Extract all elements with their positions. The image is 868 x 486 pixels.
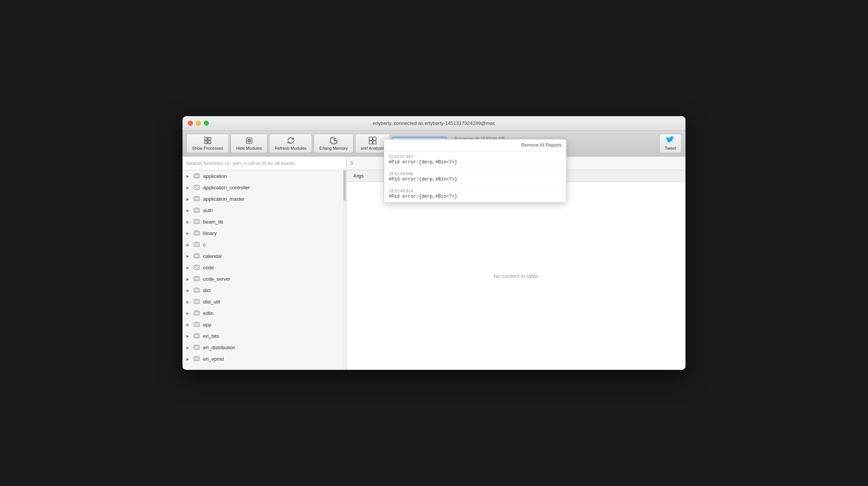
module-item[interactable]: ▶ erl_bits	[183, 330, 346, 342]
module-name: erl_epmd	[203, 356, 224, 362]
crash-time: 19:52:49.046	[389, 171, 562, 176]
module-name: erl_distribution	[203, 345, 235, 350]
expand-arrow: ▶	[186, 185, 190, 190]
crash-message: #Pid error:{derp,#Bin<7>}	[389, 194, 562, 199]
module-item[interactable]: ▶ epp	[183, 319, 346, 330]
svg-rect-70	[195, 335, 199, 337]
module-item[interactable]: ▶ erl_distribution	[183, 342, 346, 353]
svg-rect-77	[194, 357, 199, 361]
expand-arrow: ▶	[186, 265, 190, 270]
show-processes-button[interactable]: Show Processes	[186, 134, 229, 153]
svg-rect-21	[194, 197, 199, 201]
module-name: erl_bits	[203, 333, 219, 339]
svg-rect-73	[194, 345, 199, 350]
scrollbar-track[interactable]	[343, 170, 346, 370]
svg-rect-66	[195, 323, 199, 325]
module-name: beam_lib	[203, 219, 223, 225]
svg-rect-57	[194, 300, 199, 304]
svg-rect-33	[194, 231, 199, 235]
svg-rect-38	[195, 243, 199, 245]
svg-rect-8	[369, 137, 372, 140]
module-item[interactable]: ▶ auth	[183, 205, 346, 216]
svg-rect-54	[195, 289, 199, 291]
module-name: binary	[203, 230, 216, 236]
module-icon	[193, 287, 200, 294]
svg-rect-11	[373, 141, 376, 144]
traffic-lights	[188, 121, 209, 126]
svg-rect-26	[195, 209, 199, 211]
maximize-button[interactable]	[204, 121, 209, 126]
expand-arrow: ▶	[186, 174, 190, 178]
titlebar: erlyberly, connected as erlyberly-145131…	[183, 116, 685, 131]
module-icon	[193, 230, 200, 237]
expand-arrow: ▶	[186, 197, 190, 201]
hide-modules-button[interactable]: Hide Modules	[231, 134, 267, 153]
expand-arrow: ▶	[186, 345, 190, 350]
module-list[interactable]: ▶ application ▶ application_controller ▶…	[183, 170, 346, 370]
remove-all-button[interactable]: Remove All Reports	[521, 142, 562, 148]
svg-rect-42	[195, 255, 199, 257]
module-item[interactable]: ▶ application	[183, 170, 346, 182]
minimize-button[interactable]	[196, 121, 201, 126]
svg-rect-34	[195, 232, 199, 234]
hide-modules-icon	[245, 136, 253, 145]
module-icon	[193, 184, 200, 191]
left-panel: Search functions i.e. gen_s:call or #t f…	[183, 157, 346, 370]
svg-rect-29	[194, 220, 199, 224]
expand-arrow: ▶	[186, 208, 190, 213]
module-item[interactable]: ▶ dict	[183, 285, 346, 296]
tweet-button[interactable]: Tweet	[659, 134, 682, 153]
module-item[interactable]: ▶ edlin	[183, 307, 346, 319]
module-item[interactable]: ▶ beam_lib	[183, 216, 346, 227]
expand-arrow: ▶	[186, 254, 190, 258]
crash-report-item[interactable]: 19:52:49.814 #Pid error:{derp,#Bin<7>}	[384, 185, 566, 203]
svg-rect-58	[195, 301, 199, 302]
module-item[interactable]: ▶ calendar	[183, 250, 346, 262]
hide-modules-label: Hide Modules	[236, 146, 262, 150]
module-name: calendar	[203, 253, 222, 259]
left-search-bar[interactable]: Search functions i.e. gen_s:call or #t f…	[183, 157, 346, 170]
module-item[interactable]: ▶ c	[183, 239, 346, 250]
erlang-memory-button[interactable]: Erlang Memory	[314, 134, 354, 153]
module-icon	[193, 275, 200, 282]
refresh-modules-button[interactable]: Refresh Modules	[269, 134, 312, 153]
left-search-placeholder: Search functions i.e. gen_s:call or #t f…	[186, 160, 295, 166]
svg-rect-22	[195, 198, 199, 200]
svg-rect-61	[194, 311, 199, 315]
svg-rect-49	[194, 277, 199, 281]
module-icon	[193, 264, 200, 271]
svg-rect-7	[247, 139, 251, 142]
module-icon	[193, 310, 200, 317]
crash-report-item[interactable]: 15:52:07.457 #Pid error:{derp,#Bin<7>}	[384, 151, 566, 168]
svg-rect-13	[194, 174, 199, 178]
expand-arrow: ▶	[186, 220, 190, 224]
module-item[interactable]: ▶ code_server	[183, 273, 346, 285]
svg-rect-0	[205, 137, 207, 140]
svg-rect-18	[195, 186, 199, 188]
crash-time: 19:52:49.814	[389, 189, 562, 193]
svg-rect-25	[194, 208, 199, 213]
module-item[interactable]: ▶ erl_epmd	[183, 353, 346, 364]
refresh-modules-label: Refresh Modules	[275, 146, 306, 150]
crash-report-item[interactable]: 19:52:49.046 #Pid error:{derp,#Bin<7>}	[384, 168, 566, 185]
svg-rect-65	[194, 323, 199, 327]
module-item[interactable]: ▶ dist_util	[183, 296, 346, 307]
expand-arrow: ▶	[186, 357, 190, 361]
dropdown-header: Remove All Reports	[384, 139, 566, 151]
module-name: auth	[203, 208, 213, 213]
svg-rect-78	[195, 358, 199, 360]
expand-arrow: ▶	[186, 323, 190, 327]
module-item[interactable]: ▶ binary	[183, 227, 346, 239]
close-button[interactable]	[188, 121, 193, 126]
module-icon	[193, 218, 200, 225]
module-name: dict	[203, 288, 211, 293]
module-icon	[193, 298, 200, 305]
module-item[interactable]: ▶ code	[183, 262, 346, 273]
module-item[interactable]: ▶ application_master	[183, 193, 346, 205]
crash-reports-dropdown: Remove All Reports 15:52:07.457 #Pid err…	[384, 139, 567, 203]
scrollbar-thumb[interactable]	[343, 170, 346, 201]
module-icon	[193, 355, 200, 362]
module-item[interactable]: ▶ application_controller	[183, 182, 346, 193]
refresh-modules-icon	[287, 136, 295, 145]
svg-rect-9	[373, 137, 376, 140]
